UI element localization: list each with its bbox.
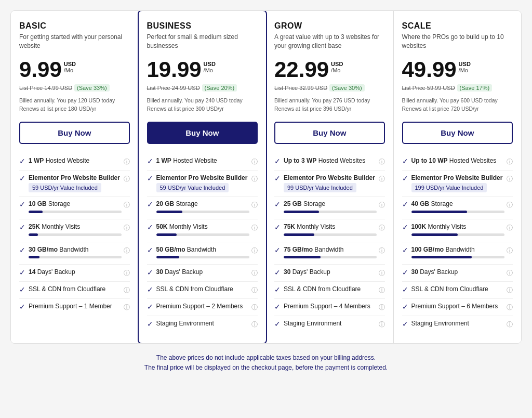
plan-basic-progress-3 [29, 233, 122, 236]
info-icon[interactable]: ⓘ [124, 269, 130, 278]
info-icon[interactable]: ⓘ [379, 158, 385, 166]
check-icon: ✓ [147, 246, 153, 254]
check-icon: ✓ [402, 303, 408, 311]
info-icon[interactable]: ⓘ [379, 286, 385, 295]
info-icon[interactable]: ⓘ [507, 158, 513, 166]
info-icon[interactable]: ⓘ [124, 201, 130, 210]
check-icon: ✓ [274, 268, 281, 277]
check-icon: ✓ [147, 285, 153, 294]
plan-business-list-price: List Price 24.99 USD [147, 85, 200, 91]
check-icon: ✓ [147, 223, 153, 231]
info-icon[interactable]: ⓘ [124, 175, 130, 184]
plan-basic-buy-button[interactable]: Buy Now [19, 122, 130, 144]
plan-business-features: ✓1 WP Hosted Websiteⓘ✓Elementor Pro Webs… [147, 153, 258, 333]
info-icon[interactable]: ⓘ [379, 224, 385, 232]
info-icon[interactable]: ⓘ [507, 246, 513, 255]
plan-grow-feature-7: ✓Premium Support – 4 Membersⓘ [274, 299, 385, 316]
plan-scale-progress-4 [411, 256, 505, 258]
plan-business-value-tag-1: 59 USD/yr Value Included [156, 183, 229, 192]
check-icon: ✓ [274, 320, 281, 328]
info-icon[interactable]: ⓘ [507, 286, 513, 295]
info-icon[interactable]: ⓘ [379, 175, 385, 184]
info-icon[interactable]: ⓘ [379, 201, 385, 210]
info-icon[interactable]: ⓘ [124, 246, 130, 255]
plan-basic-feature-4: ✓30 GB/mo Bandwidthⓘ [19, 242, 130, 265]
plan-scale-progress-3 [411, 233, 505, 236]
info-icon[interactable]: ⓘ [507, 303, 513, 312]
info-icon[interactable]: ⓘ [507, 201, 513, 210]
info-icon[interactable]: ⓘ [251, 201, 258, 210]
info-icon[interactable]: ⓘ [251, 286, 258, 295]
info-icon[interactable]: ⓘ [251, 320, 258, 329]
info-icon[interactable]: ⓘ [124, 286, 130, 295]
plan-business-progress-3 [156, 233, 250, 236]
check-icon: ✓ [147, 303, 153, 311]
check-icon: ✓ [274, 223, 281, 231]
plan-business-buy-button[interactable]: Buy Now [147, 122, 258, 144]
plan-grow-price-row: 22.99USD/Mo [274, 59, 385, 81]
check-icon: ✓ [19, 157, 25, 165]
plan-business-feature-0: ✓1 WP Hosted Websiteⓘ [147, 153, 258, 171]
plan-scale-progress-2 [411, 211, 505, 213]
info-icon[interactable]: ⓘ [379, 269, 385, 278]
info-icon[interactable]: ⓘ [251, 246, 258, 255]
plan-basic: BASICFor getting started with your perso… [11, 11, 139, 343]
plan-grow-feature-2: ✓25 GB Storageⓘ [274, 197, 385, 219]
info-icon[interactable]: ⓘ [124, 303, 130, 312]
plan-business-feature-1: ✓Elementor Pro Website Builder59 USD/yr … [147, 171, 258, 197]
info-icon[interactable]: ⓘ [251, 175, 258, 184]
plan-scale-features: ✓Up to 10 WP Hosted Websitesⓘ✓Elementor … [402, 153, 513, 333]
plan-basic-features: ✓1 WP Hosted Websiteⓘ✓Elementor Pro Webs… [19, 153, 130, 316]
info-icon[interactable]: ⓘ [124, 224, 130, 232]
plan-business-progress-2 [156, 211, 250, 213]
plan-grow-desc: A great value with up to 3 websites for … [274, 33, 385, 51]
info-icon[interactable]: ⓘ [251, 158, 258, 166]
info-icon[interactable]: ⓘ [251, 224, 258, 232]
plan-grow-feature-1: ✓Elementor Pro Website Builder99 USD/yr … [274, 171, 385, 197]
plan-scale-buy-button[interactable]: Buy Now [402, 122, 513, 144]
plan-business-progress-4 [156, 256, 250, 258]
plan-grow-buy-button[interactable]: Buy Now [274, 122, 385, 144]
plan-business-feature-3: ✓50K Monthly Visitsⓘ [147, 219, 258, 242]
plan-grow-progress-2 [284, 211, 377, 213]
plan-basic-save: (Save 33%) [74, 84, 109, 92]
check-icon: ✓ [402, 285, 408, 294]
check-icon: ✓ [147, 157, 153, 165]
plan-grow-period: /Mo [331, 67, 343, 73]
check-icon: ✓ [274, 157, 281, 165]
check-icon: ✓ [274, 303, 281, 311]
plan-grow-save: (Save 30%) [329, 84, 364, 92]
info-icon[interactable]: ⓘ [379, 320, 385, 329]
plan-business-feature-8: ✓Staging Environmentⓘ [147, 316, 258, 333]
plan-grow-feature-5: ✓30 Days' Backupⓘ [274, 265, 385, 282]
info-icon[interactable]: ⓘ [507, 269, 513, 278]
plan-business-name: BUSINESS [147, 21, 258, 31]
info-icon[interactable]: ⓘ [507, 224, 513, 232]
info-icon[interactable]: ⓘ [251, 303, 258, 312]
check-icon: ✓ [402, 268, 408, 277]
plan-grow-feature-8: ✓Staging Environmentⓘ [274, 316, 385, 333]
info-icon[interactable]: ⓘ [379, 246, 385, 255]
plan-scale-list-price: List Price 59.99 USD [402, 85, 455, 91]
check-icon: ✓ [147, 200, 153, 208]
pricing-grid: BASICFor getting started with your perso… [10, 10, 522, 344]
check-icon: ✓ [147, 268, 153, 277]
plan-grow-value-tag-1: 99 USD/yr Value Included [284, 183, 356, 192]
plan-scale-feature-4: ✓100 GB/mo Bandwidthⓘ [402, 242, 513, 265]
plan-scale-billing: Billed annually. You pay 600 USD todayRe… [402, 97, 513, 113]
info-icon[interactable]: ⓘ [379, 303, 385, 312]
plan-business-period: /Mo [204, 67, 216, 73]
info-icon[interactable]: ⓘ [251, 269, 258, 278]
info-icon[interactable]: ⓘ [507, 175, 513, 184]
plan-basic-list-price: List Price 14.99 USD [19, 85, 72, 91]
plan-business-feature-4: ✓50 GB/mo Bandwidthⓘ [147, 242, 258, 265]
footer-line1: The above prices do not include applicab… [10, 353, 522, 363]
info-icon[interactable]: ⓘ [124, 158, 130, 166]
plan-business: BUSINESSPerfect for small & medium sized… [138, 10, 268, 344]
plan-grow-currency: USD [331, 61, 343, 67]
footer-note: The above prices do not include applicab… [10, 353, 522, 373]
plan-business-feature-5: ✓30 Days' Backupⓘ [147, 265, 258, 282]
info-icon[interactable]: ⓘ [507, 320, 513, 329]
plan-business-feature-7: ✓Premium Support – 2 Membersⓘ [147, 299, 258, 316]
plan-scale-feature-7: ✓Premium Support – 6 Membersⓘ [402, 299, 513, 316]
